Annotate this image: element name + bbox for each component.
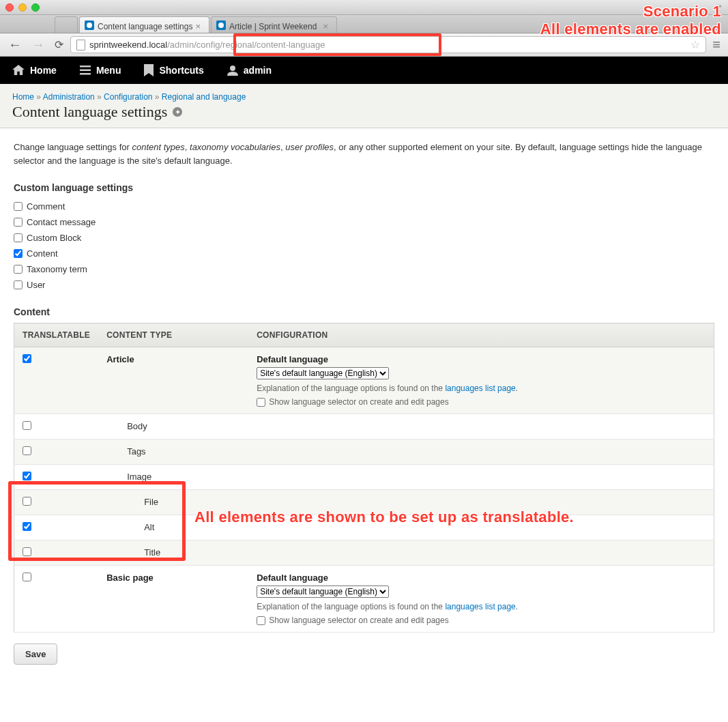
user-icon — [227, 65, 238, 76]
breadcrumb-admin[interactable]: Administration — [43, 92, 95, 102]
forward-button[interactable]: → — [29, 37, 48, 53]
translatable-checkbox[interactable] — [23, 472, 31, 480]
show-selector-line: Show language selector on create and edi… — [257, 616, 705, 625]
show-selector-label: Show language selector on create and edi… — [269, 616, 449, 625]
url-domain: sprintweekend.local — [89, 40, 167, 50]
custom-setting-checkbox[interactable] — [14, 249, 23, 258]
url-input[interactable]: sprintweekend.local/admin/config/regiona… — [70, 36, 706, 53]
custom-setting-checkbox[interactable] — [14, 280, 23, 289]
help-icon[interactable]: ✦ — [173, 107, 182, 117]
breadcrumb-config[interactable]: Configuration — [104, 92, 152, 102]
admin-home-link[interactable]: Home — [7, 65, 62, 76]
translatable-checkbox[interactable] — [23, 354, 31, 363]
show-selector-checkbox[interactable] — [257, 616, 265, 625]
custom-setting-label: Comment — [27, 201, 65, 212]
table-row: Tags — [14, 439, 714, 465]
table-row: Body — [14, 414, 714, 439]
url-path: /admin/config/regional/content-language — [167, 40, 325, 50]
custom-setting-label: Custom Block — [27, 233, 81, 243]
admin-toolbar: Home Menu Shortcuts admin — [0, 57, 728, 84]
admin-menu-link[interactable]: Menu — [74, 65, 127, 76]
languages-list-link[interactable]: languages list page — [445, 602, 515, 611]
custom-setting-checkbox[interactable] — [14, 233, 23, 242]
page-title: Content language settings ✦ — [12, 103, 716, 121]
content-heading: Content — [14, 306, 714, 317]
translatable-checkbox[interactable] — [23, 421, 31, 430]
custom-setting-item: Contact message — [14, 214, 714, 230]
show-selector-checkbox[interactable] — [257, 398, 265, 407]
translatable-checkbox[interactable] — [23, 573, 31, 581]
admin-shortcuts-link[interactable]: Shortcuts — [139, 64, 209, 76]
th-translatable: TRANSLATABLE — [14, 323, 99, 347]
config-block: Default languageSite's default language … — [257, 573, 705, 625]
custom-setting-checkbox[interactable] — [14, 218, 23, 227]
admin-home-label: Home — [30, 65, 57, 76]
translatable-checkbox[interactable] — [23, 497, 31, 506]
custom-setting-checkbox[interactable] — [14, 265, 23, 274]
reload-button[interactable]: ⟳ — [52, 38, 66, 51]
browser-menu-button[interactable]: ≡ — [710, 37, 723, 53]
custom-setting-item: Taxonomy term — [14, 261, 714, 277]
admin-menu-label: Menu — [96, 65, 121, 76]
annotation-translatable: All elements are shown to be set up as t… — [194, 508, 574, 526]
show-selector-label: Show language selector on create and edi… — [269, 397, 449, 407]
default-language-label: Default language — [257, 573, 705, 583]
tab-title: Content language settings — [98, 22, 192, 31]
close-window-button[interactable] — [5, 3, 14, 12]
table-row: Title — [14, 540, 714, 566]
admin-user-link[interactable]: admin — [222, 65, 277, 76]
admin-shortcuts-label: Shortcuts — [159, 65, 203, 76]
svg-rect-0 — [80, 66, 91, 68]
translatable-checkbox[interactable] — [23, 446, 31, 455]
translatable-checkbox[interactable] — [23, 522, 31, 531]
back-button[interactable]: ← — [5, 37, 25, 53]
annotation-scenario: Scenario 1 All elements are enabled — [540, 3, 721, 38]
th-content-type: CONTENT TYPE — [98, 323, 248, 347]
row-label: Body — [106, 421, 240, 431]
breadcrumb-regional[interactable]: Regional and language — [162, 92, 246, 102]
default-language-label: Default language — [257, 354, 705, 364]
minimize-window-button[interactable] — [18, 3, 27, 12]
languages-list-link[interactable]: languages list page — [445, 384, 515, 393]
custom-setting-label: Content — [27, 248, 58, 259]
svg-rect-1 — [80, 70, 91, 72]
home-icon — [12, 65, 25, 76]
save-button[interactable]: Save — [14, 644, 57, 665]
page-icon — [76, 40, 85, 50]
bookmark-star-icon[interactable]: ☆ — [690, 38, 700, 51]
hamburger-icon — [80, 66, 91, 75]
browser-tab-inactive[interactable]: Article | Sprint Weekend × — [211, 16, 337, 33]
breadcrumb-home[interactable]: Home — [12, 92, 34, 102]
table-row: Image — [14, 465, 714, 490]
explain-text: Explanation of the language options is f… — [257, 602, 705, 611]
bookmark-icon — [144, 64, 154, 76]
maximize-window-button[interactable] — [31, 3, 40, 12]
gmail-tab[interactable] — [55, 16, 78, 33]
default-language-select[interactable]: Site's default language (English) — [257, 586, 389, 598]
close-tab-icon[interactable]: × — [320, 21, 331, 31]
default-language-select[interactable]: Site's default language (English) — [257, 367, 389, 379]
row-label: File — [106, 497, 240, 507]
row-label: Image — [106, 472, 240, 482]
drupal-favicon-icon — [85, 20, 94, 30]
table-row: ArticleDefault languageSite's default la… — [14, 347, 714, 414]
explain-text: Explanation of the language options is f… — [257, 384, 705, 393]
custom-setting-checkbox[interactable] — [14, 202, 23, 211]
translatable-checkbox[interactable] — [23, 547, 31, 556]
intro-text: Change language settings for content typ… — [14, 141, 714, 167]
browser-tab-active[interactable]: Content language settings × — [79, 16, 209, 33]
row-label: Basic page — [106, 573, 240, 583]
config-block: Default languageSite's default language … — [257, 354, 705, 407]
show-selector-line: Show language selector on create and edi… — [257, 397, 705, 407]
custom-setting-item: Comment — [14, 199, 714, 214]
admin-user-label: admin — [244, 65, 272, 76]
custom-setting-label: User — [27, 280, 45, 290]
close-tab-icon[interactable]: × — [192, 21, 203, 31]
table-row: Basic pageDefault languageSite's default… — [14, 566, 714, 633]
custom-settings-list: CommentContact messageCustom BlockConten… — [14, 199, 714, 293]
row-label: Tags — [106, 446, 240, 457]
custom-setting-label: Taxonomy term — [27, 264, 87, 274]
page-header-region: Home » Administration » Configuration » … — [0, 84, 728, 128]
row-label: Title — [106, 547, 240, 558]
custom-setting-item: User — [14, 277, 714, 293]
